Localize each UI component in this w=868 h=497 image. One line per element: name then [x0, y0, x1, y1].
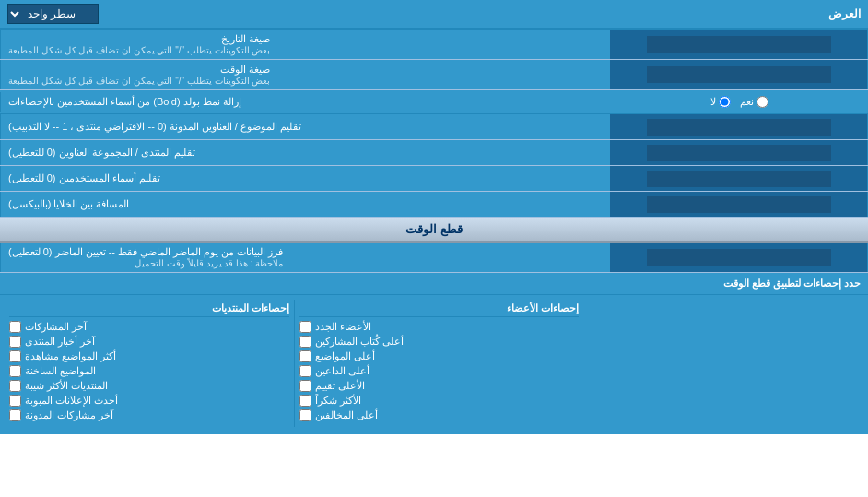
cell-spacing-input-cell: 2	[610, 192, 868, 217]
time-format-row: H:i صيغة الوقت بعض التكوينات يتطلب "/" ا…	[0, 60, 868, 90]
date-format-row: d-m صيغة التاريخ بعض التكوينات يتطلب "/"…	[0, 30, 868, 60]
topics-titles-input-cell: 33	[610, 114, 868, 139]
cb-hot-topics: المواضيع الساخنة	[9, 365, 289, 377]
empty-col	[583, 300, 863, 427]
cell-spacing-label: المسافة بين الخلايا (بالبيكسل)	[0, 192, 610, 217]
date-format-input[interactable]: d-m	[647, 36, 831, 53]
checkboxes-grid: إحصاءات الأعضاء الأعضاء الجدد أعلى كُتاب…	[0, 295, 868, 434]
cb-most-viewed-input[interactable]	[9, 350, 21, 362]
cb-last-posts: آخر المشاركات	[9, 321, 289, 333]
cb-forum-news: آخر أخبار المنتدى	[9, 336, 289, 348]
cb-last-blog-posts-input[interactable]	[9, 409, 21, 421]
cutoff-days-input[interactable]: 0	[647, 249, 831, 266]
cell-spacing-row: 2 المسافة بين الخلايا (بالبيكسل)	[0, 192, 868, 218]
cutoff-days-label: فرز البيانات من يوم الماضر الماضي فقط --…	[0, 243, 610, 272]
bold-radio-label: إزالة نمط بولد (Bold) من أسماء المستخدمي…	[0, 92, 610, 112]
cb-most-similar: المنتديات الأكثر شيبة	[9, 380, 289, 392]
cb-top-inviters: أعلى الداعين	[299, 365, 580, 377]
radio-yes-label[interactable]: نعم	[740, 96, 768, 108]
usernames-row: 0 تقليم أسماء المستخدمين (0 للتعطيل)	[0, 166, 868, 192]
cb-top-rated: الأعلى تقييم	[299, 380, 580, 392]
main-container: العرض سطر واحد d-m صيغة التاريخ بعض التك…	[0, 0, 868, 434]
radio-no-label[interactable]: لا	[710, 96, 731, 108]
cb-new-members: الأعضاء الجدد	[299, 321, 580, 333]
cb-latest-classifieds-input[interactable]	[9, 395, 21, 407]
cell-spacing-input[interactable]: 2	[647, 196, 831, 213]
date-format-label: صيغة التاريخ بعض التكوينات يتطلب "/" الت…	[0, 30, 610, 59]
cb-most-similar-input[interactable]	[9, 380, 21, 392]
checkboxes-title: حدد إحصاءات لتطبيق قطع الوقت	[0, 275, 868, 292]
time-format-label: صيغة الوقت بعض التكوينات يتطلب "/" التي …	[0, 60, 610, 89]
forum-group-input-cell: 33	[610, 140, 868, 165]
cb-top-posters-input[interactable]	[299, 336, 311, 348]
cb-latest-classifieds: أحدث الإعلانات المبوبة	[9, 395, 289, 407]
cb-top-topics-input[interactable]	[299, 350, 311, 362]
usernames-label: تقليم أسماء المستخدمين (0 للتعطيل)	[0, 166, 610, 191]
forum-group-row: 33 تقليم المنتدى / المجموعة العناوين (0 …	[0, 140, 868, 166]
cb-top-topics: أعلى المواضيع	[299, 350, 580, 362]
cb-new-members-input[interactable]	[299, 321, 311, 333]
topics-titles-input[interactable]: 33	[647, 119, 831, 136]
date-format-input-cell: d-m	[610, 30, 868, 59]
col2-header: إحصاءات المنتديات	[9, 302, 289, 317]
bold-radio-cell: نعم لا	[610, 93, 868, 111]
display-select[interactable]: سطر واحد	[7, 4, 99, 24]
radio-no[interactable]	[719, 96, 731, 108]
time-format-input[interactable]: H:i	[647, 66, 831, 83]
cutoff-section-header: قطع الوقت	[0, 218, 868, 243]
cb-most-thanked-input[interactable]	[299, 395, 311, 407]
cb-forum-news-input[interactable]	[9, 336, 21, 348]
cb-most-viewed: أكثر المواضيع مشاهدة	[9, 350, 289, 362]
usernames-input[interactable]: 0	[647, 171, 831, 187]
header-select-wrapper: سطر واحد	[7, 4, 99, 24]
cb-last-blog-posts: آخر مشاركات المدونة	[9, 409, 289, 421]
bold-radio-row: نعم لا إزالة نمط بولد (Bold) من أسماء ال…	[0, 90, 868, 114]
cb-last-posts-input[interactable]	[9, 321, 21, 333]
forum-group-input[interactable]: 33	[647, 145, 831, 161]
cb-top-posters: أعلى كُتاب المشاركين	[299, 336, 580, 348]
topics-titles-label: تقليم الموضوع / العناوين المدونة (0 -- ا…	[0, 114, 610, 139]
cutoff-days-input-cell: 0	[610, 243, 868, 272]
time-format-input-cell: H:i	[610, 60, 868, 89]
header-label: العرض	[99, 7, 861, 20]
cb-top-inviters-input[interactable]	[299, 365, 311, 377]
cb-top-violated: أعلى المخالفين	[299, 409, 580, 421]
topics-titles-row: 33 تقليم الموضوع / العناوين المدونة (0 -…	[0, 114, 868, 140]
cutoff-days-row: 0 فرز البيانات من يوم الماضر الماضي فقط …	[0, 243, 868, 273]
cb-top-rated-input[interactable]	[299, 380, 311, 392]
cb-top-violated-input[interactable]	[299, 409, 311, 421]
col1-header: إحصاءات الأعضاء	[299, 302, 580, 317]
cb-hot-topics-input[interactable]	[9, 365, 21, 377]
checkbox-col-members: إحصاءات الأعضاء الأعضاء الجدد أعلى كُتاب…	[295, 300, 584, 427]
cb-most-thanked: الأكثر شكراً	[299, 395, 580, 407]
radio-yes[interactable]	[757, 96, 768, 108]
header-row: العرض سطر واحد	[0, 0, 868, 30]
usernames-input-cell: 0	[610, 166, 868, 191]
forum-group-label: تقليم المنتدى / المجموعة العناوين (0 للت…	[0, 140, 610, 165]
checkbox-col-forums: إحصاءات المنتديات آخر المشاركات آخر أخبا…	[5, 300, 295, 427]
